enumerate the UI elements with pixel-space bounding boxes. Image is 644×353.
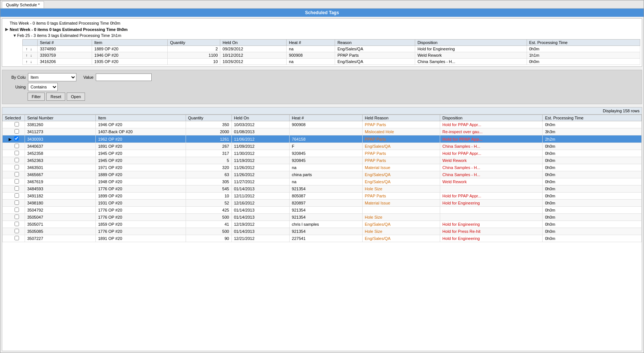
cell-heat: 921354 (290, 228, 363, 235)
tab-bar: Quality Schedule * (0, 0, 644, 9)
table-row[interactable]: ↑ ↓ 3374890 1889 OP #20 2 09/28/2012 na … (23, 46, 640, 52)
cell-est-time: 0h0m (543, 185, 642, 193)
next-week-label: Next Week - 0 items 0 tags Estimated Pro… (10, 27, 127, 32)
feb25-row[interactable]: ▼ Feb 25 - 3 items 3 tags Estimated Proc… (11, 32, 640, 38)
row-indicator-cell (3, 143, 25, 150)
row-checkbox[interactable] (15, 172, 19, 176)
cell-held-on: 10/26/2012 (220, 59, 287, 65)
by-column-select[interactable]: ItemSerial NumberQuantityHeld OnHeat #He… (28, 73, 76, 81)
list-item[interactable]: 3411273 1407-Back OP #20 2000 01/08/2013… (3, 128, 642, 135)
row-checkbox[interactable] (15, 229, 19, 233)
cell-reason: PPAP Parts (335, 52, 415, 59)
row-pointer: ▶ (9, 137, 12, 141)
cell-held-on: 01/14/2013 (231, 214, 289, 221)
cell-est-time: 0h0m (543, 214, 642, 221)
row-checkbox[interactable] (15, 158, 19, 162)
cell-held-reason: Eng/Sales/QA (362, 171, 440, 178)
list-item[interactable]: 3505047 1776 OP #20 500 01/14/2013 92135… (3, 214, 642, 221)
col-quantity: Quantity (168, 40, 220, 46)
row-checkbox[interactable] (15, 165, 19, 169)
row-checkbox[interactable] (14, 136, 19, 141)
row-indicator-cell (3, 214, 25, 221)
cell-quantity: 2000 (186, 128, 231, 135)
this-week-row[interactable]: This Week - 0 items 0 tags Estimated Pro… (4, 20, 640, 26)
cell-item: 1859 OP #20 (96, 221, 186, 228)
list-item[interactable]: 3484593 1776 OP #20 545 01/14/2013 92135… (3, 185, 642, 193)
row-checkbox[interactable] (15, 144, 19, 148)
list-item[interactable]: 3381260 1946 OP #20 350 10/03/2012 90090… (3, 121, 642, 128)
cell-est-time: 1h1m (527, 52, 640, 59)
row-checkbox[interactable] (15, 129, 19, 134)
cell-item: 1407-Back OP #20 (96, 128, 186, 135)
move-down-btn[interactable]: ↓ (29, 53, 33, 57)
cell-held-on: 01/14/2013 (231, 185, 289, 193)
lower-table-container[interactable]: Selected Serial Number Item Quantity Hel… (2, 115, 642, 351)
using-label: Using (5, 85, 26, 89)
cell-disposition (440, 214, 543, 221)
cell-serial: 3374890 (38, 46, 92, 52)
cell-serial: 3463501 (25, 164, 96, 171)
table-row[interactable]: ↑ ↓ 3393759 1946 OP #20 1100 10/12/2012 … (23, 52, 640, 59)
cell-heat (290, 128, 363, 135)
cell-disposition: Hold for PPAP Appr... (440, 193, 543, 200)
row-checkbox[interactable] (15, 151, 19, 155)
cell-item: 1962 OP #20 (96, 135, 186, 143)
list-item[interactable]: 3504792 1776 OP #20 425 01/14/2013 92135… (3, 207, 642, 214)
open-button[interactable]: Open (67, 93, 85, 101)
cell-serial: 3505047 (25, 214, 96, 221)
move-up-btn[interactable]: ↑ (25, 47, 28, 51)
list-item[interactable]: 3440637 1891 OP #20 267 11/09/2012 F Eng… (3, 143, 642, 150)
cell-est-time: 0h0m (543, 221, 642, 228)
cell-disposition: Hold for Press Re-hit (440, 228, 543, 235)
row-indicator-cell (3, 193, 25, 200)
row-checkbox[interactable] (15, 179, 19, 184)
cell-held-on: 12/16/2012 (231, 200, 289, 207)
list-item[interactable]: 3465667 1889 OP #20 63 11/26/2012 china … (3, 171, 642, 178)
move-down-btn[interactable]: ↓ (29, 47, 33, 51)
lower-col-est-time: Est. Processing Time (543, 115, 642, 121)
list-item[interactable]: 3507227 1891 OP #20 90 12/21/2012 227541… (3, 235, 642, 242)
list-item[interactable]: 3452363 1945 OP #20 5 11/19/2012 920845 … (3, 157, 642, 164)
cell-held-on: 11/26/2012 (231, 171, 289, 178)
cell-held-on: 12/19/2012 (231, 221, 289, 228)
row-indicator-cell (3, 221, 25, 228)
row-indicator-cell (3, 235, 25, 242)
row-checkbox[interactable] (15, 222, 19, 226)
display-count: Displaying 158 rows (2, 107, 642, 115)
list-item[interactable]: 3467619 1948 OP #20 305 11/27/2012 na En… (3, 178, 642, 185)
next-week-row[interactable]: ▶ Next Week - 0 items 0 tags Estimated P… (4, 26, 640, 32)
move-up-btn[interactable]: ↑ (25, 60, 28, 64)
list-item[interactable]: 3491182 1899 OP #20 10 12/11/2012 805087… (3, 193, 642, 200)
row-checkbox[interactable] (15, 215, 19, 219)
row-checkbox[interactable] (15, 200, 19, 205)
list-item[interactable]: ▶ 3430093 1962 OP #20 1261 11/06/2012 76… (3, 135, 642, 143)
cell-reason: Eng/Sales/QA (335, 46, 415, 52)
cell-held-reason: Eng/Sales/QA (362, 143, 440, 150)
row-checkbox[interactable] (15, 236, 19, 240)
row-indicator-cell (3, 185, 25, 193)
list-item[interactable]: 3452358 1945 OP #20 317 11/30/2012 92084… (3, 150, 642, 157)
move-down-btn[interactable]: ↓ (29, 60, 33, 64)
filter-button[interactable]: Filter (28, 93, 45, 101)
row-checkbox[interactable] (15, 186, 19, 191)
filter-value-input[interactable] (96, 74, 152, 81)
list-item[interactable]: 3505085 1776 OP #20 500 01/14/2013 92135… (3, 228, 642, 235)
cell-item: 1899 OP #20 (96, 193, 186, 200)
row-checkbox[interactable] (15, 193, 19, 198)
cell-est-time: 0h0m (543, 143, 642, 150)
row-checkbox[interactable] (15, 207, 19, 212)
reset-button[interactable]: Reset (46, 93, 65, 101)
list-item[interactable]: 3498180 1931 OP #20 52 12/16/2012 820897… (3, 200, 642, 207)
feb25-table-container: Serial # Item Quantity Held On Heat # Re… (11, 39, 640, 65)
cell-held-on: 12/11/2012 (231, 193, 289, 200)
using-select[interactable]: ContainsEqualsStarts WithEnds With (28, 83, 58, 91)
cell-held-on: 12/21/2012 (231, 235, 289, 242)
move-up-btn[interactable]: ↑ (25, 53, 28, 57)
list-item[interactable]: 3505071 1859 OP #20 41 12/19/2012 chris … (3, 221, 642, 228)
quality-schedule-tab[interactable]: Quality Schedule * (2, 1, 44, 8)
row-indicator-cell (3, 121, 25, 128)
table-row[interactable]: ↑ ↓ 3416206 1935 OP #20 10 10/26/2012 na… (23, 59, 640, 65)
list-item[interactable]: 3463501 1971 OP #20 320 11/26/2012 na Ma… (3, 164, 642, 171)
row-checkbox[interactable] (15, 122, 19, 126)
cell-serial: 3440637 (25, 143, 96, 150)
